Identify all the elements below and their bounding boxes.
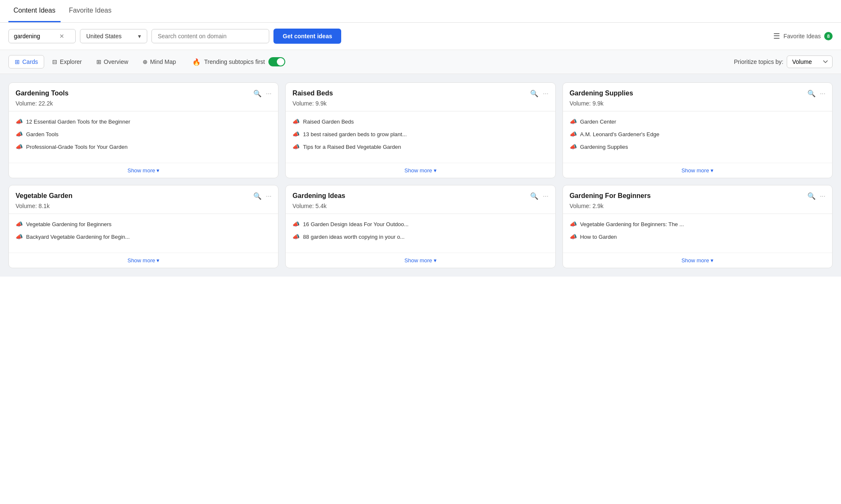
card-gardening-tools: Gardening Tools 🔍 ··· Volume: 22.2k 📣 12… [8,82,279,178]
tab-favorite-ideas[interactable]: Favorite Ideas [64,0,117,22]
view-tab-overview[interactable]: ⊞ Overview [90,55,135,69]
mindmap-view-icon: ⊕ [143,58,148,65]
card-item: 📣 Raised Garden Beds [292,118,548,125]
megaphone-icon: 📣 [292,131,300,137]
card-item-text: Garden Center [580,119,616,125]
megaphone-icon: 📣 [570,233,577,240]
cards-grid: Gardening Tools 🔍 ··· Volume: 22.2k 📣 12… [0,74,841,277]
prioritize-label: Prioritize topics by: [734,58,783,65]
show-more-link[interactable]: Show more ▾ [563,163,832,178]
megaphone-icon: 📣 [570,221,577,227]
card-volume: Volume: 9.9k [570,100,825,107]
card-body: 📣 Garden Center 📣 A.M. Leonard's Gardene… [563,111,832,163]
more-options-icon[interactable]: ··· [820,90,825,98]
card-action-buttons: 🔍 ··· [253,90,271,98]
list-icon: ☰ [773,32,780,41]
card-header: Gardening For Beginners 🔍 ··· Volume: 2.… [563,185,832,214]
top-tabs-bar: Content Ideas Favorite Ideas [0,0,841,23]
card-header: Vegetable Garden 🔍 ··· Volume: 8.1k [9,185,278,214]
card-item-text: Backyard Vegetable Gardening for Begin..… [26,234,130,240]
search-icon[interactable]: 🔍 [807,90,816,98]
card-title: Gardening Ideas [292,192,345,200]
prioritize-select[interactable]: Volume Difficulty Relevance [787,55,833,68]
get-content-ideas-button[interactable]: Get content ideas [273,29,341,44]
megaphone-icon: 📣 [570,118,577,125]
card-item: 📣 12 Essential Garden Tools for the Begi… [16,118,271,125]
card-item-text: Vegetable Gardening for Beginners [26,221,111,227]
card-title: Gardening Tools [16,90,69,97]
toolbar: ✕ United States ▾ Get content ideas ☰ Fa… [0,23,841,50]
card-body: 📣 Vegetable Gardening for Beginners 📣 Ba… [9,214,278,253]
view-tab-explorer-label: Explorer [60,58,82,65]
card-title: Raised Beds [292,90,333,97]
tab-content-ideas[interactable]: Content Ideas [8,0,61,22]
domain-search-input[interactable] [158,33,263,40]
show-more-link[interactable]: Show more ▾ [286,253,555,268]
trending-label: Trending subtopics first [204,58,265,65]
card-body: 📣 12 Essential Garden Tools for the Begi… [9,111,278,163]
more-options-icon[interactable]: ··· [266,90,271,98]
show-more-link[interactable]: Show more ▾ [9,253,278,268]
search-icon[interactable]: 🔍 [530,90,539,98]
card-item: 📣 Vegetable Gardening for Beginners: The… [570,221,825,227]
card-item-text: A.M. Leonard's Gardener's Edge [580,131,660,137]
card-item-text: Garden Tools [26,131,58,137]
card-header: Raised Beds 🔍 ··· Volume: 9.9k [286,83,555,111]
card-gardening-ideas: Gardening Ideas 🔍 ··· Volume: 5.4k 📣 16 … [285,185,555,268]
card-item: 📣 Tips for a Raised Bed Vegetable Garden [292,143,548,150]
domain-search-container [151,29,269,43]
card-volume: Volume: 2.9k [570,203,825,209]
more-options-icon[interactable]: ··· [820,193,825,200]
country-label: United States [86,33,122,40]
megaphone-icon: 📣 [16,118,23,125]
card-item: 📣 Professional-Grade Tools for Your Gard… [16,143,271,150]
search-icon[interactable]: 🔍 [253,192,262,200]
favorites-button[interactable]: ☰ Favorite Ideas 8 [773,32,833,41]
card-item: 📣 Garden Tools [16,131,271,137]
more-options-icon[interactable]: ··· [543,193,548,200]
search-icon[interactable]: 🔍 [253,90,262,98]
search-icon[interactable]: 🔍 [807,192,816,200]
card-gardening-supplies: Gardening Supplies 🔍 ··· Volume: 9.9k 📣 … [562,82,833,178]
card-action-buttons: 🔍 ··· [807,192,825,200]
card-item: 📣 Gardening Supplies [570,143,825,150]
card-item-text: 12 Essential Garden Tools for the Beginn… [26,119,130,125]
clear-keyword-icon[interactable]: ✕ [59,33,64,40]
more-options-icon[interactable]: ··· [543,90,548,98]
keyword-input[interactable] [14,33,56,40]
card-body: 📣 Vegetable Gardening for Beginners: The… [563,214,832,253]
trending-toggle[interactable] [268,57,285,66]
view-tab-cards[interactable]: ⊞ Cards [8,55,44,69]
card-volume: Volume: 5.4k [292,203,548,209]
megaphone-icon: 📣 [16,233,23,240]
view-tab-mindmap-label: Mind Map [150,58,176,65]
overview-view-icon: ⊞ [96,58,101,65]
card-vegetable-garden: Vegetable Garden 🔍 ··· Volume: 8.1k 📣 Ve… [8,185,279,268]
card-item-text: How to Garden [580,234,617,240]
card-header: Gardening Supplies 🔍 ··· Volume: 9.9k [563,83,832,111]
view-tab-mindmap[interactable]: ⊕ Mind Map [136,55,182,69]
card-item: 📣 88 garden ideas worth copying in your … [292,233,548,240]
show-more-link[interactable]: Show more ▾ [9,163,278,178]
megaphone-icon: 📣 [16,131,23,137]
card-item: 📣 A.M. Leonard's Gardener's Edge [570,131,825,137]
card-action-buttons: 🔍 ··· [253,192,271,200]
show-more-link[interactable]: Show more ▾ [286,163,555,178]
view-tab-explorer[interactable]: ⊟ Explorer [46,55,88,69]
keyword-search-container: ✕ [8,29,76,43]
more-options-icon[interactable]: ··· [266,193,271,200]
view-tab-overview-label: Overview [104,58,128,65]
explorer-view-icon: ⊟ [52,58,57,65]
favorites-count-badge: 8 [824,32,833,40]
search-icon[interactable]: 🔍 [530,192,539,200]
card-volume: Volume: 9.9k [292,100,548,107]
card-item: 📣 Backyard Vegetable Gardening for Begin… [16,233,271,240]
view-bar: ⊞ Cards ⊟ Explorer ⊞ Overview ⊕ Mind Map… [0,50,841,74]
card-item-text: Tips for a Raised Bed Vegetable Garden [303,144,401,150]
megaphone-icon: 📣 [292,118,300,125]
megaphone-icon: 📣 [292,221,300,227]
megaphone-icon: 📣 [570,131,577,137]
country-dropdown[interactable]: United States ▾ [80,29,147,43]
show-more-link[interactable]: Show more ▾ [563,253,832,268]
card-header: Gardening Tools 🔍 ··· Volume: 22.2k [9,83,278,111]
